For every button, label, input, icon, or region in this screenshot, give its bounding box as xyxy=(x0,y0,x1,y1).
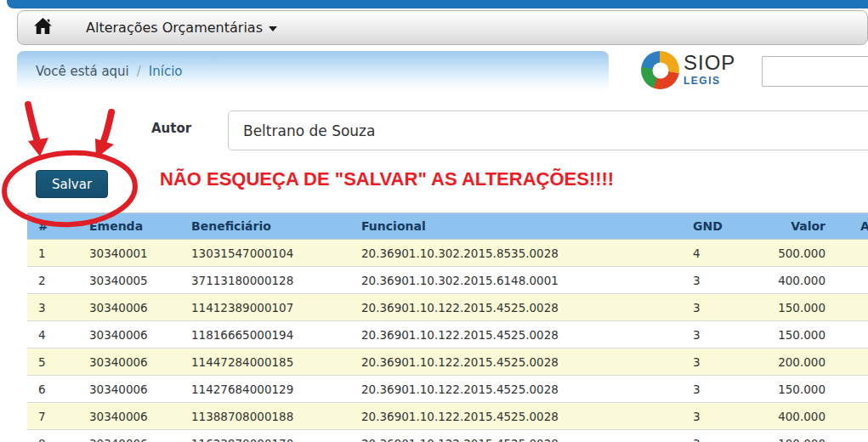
table-cell: 7 xyxy=(27,403,78,430)
table-cell xyxy=(837,376,868,403)
logo-subtitle: LEGIS xyxy=(684,76,735,86)
table-cell: 11388708000188 xyxy=(180,403,350,430)
table-cell: 150.000 xyxy=(735,376,837,403)
main-navbar: Alterações Orçamentárias xyxy=(17,10,868,45)
table-row: 8303400061162397000017020.36901.10.122.2… xyxy=(27,430,868,442)
table-cell: 150.000 xyxy=(735,294,837,321)
table-cell: 11816665000194 xyxy=(180,321,350,348)
column-header-0: # xyxy=(27,213,78,240)
author-label: Autor xyxy=(151,121,191,136)
siop-swirl-icon xyxy=(641,51,679,89)
table-cell: 150.000 xyxy=(735,321,837,348)
table-cell: 4 xyxy=(27,321,78,348)
table-cell: 11427684000129 xyxy=(180,376,350,403)
red-arrow-left-icon xyxy=(28,105,48,156)
breadcrumb: Você está aqui / Início xyxy=(17,51,609,92)
logo-title: SIOP xyxy=(684,53,735,73)
table-cell: 11447284000185 xyxy=(180,348,350,376)
table-row: 7303400061138870800018820.36901.10.122.2… xyxy=(27,403,868,430)
table-cell: 20.36901.10.302.2015.8535.0028 xyxy=(350,240,682,267)
table-cell: 3 xyxy=(682,403,735,430)
table-row: 2303400053711318000012820.36901.10.302.2… xyxy=(27,267,868,294)
table-cell: 30340006 xyxy=(78,294,180,321)
table-cell: 400.000 xyxy=(735,267,837,294)
column-header-1: Emenda xyxy=(78,213,180,240)
table-cell xyxy=(837,348,868,376)
siop-legis-page: { "topnav": { "menu_label": "Alterações … xyxy=(0,0,868,442)
table-cell: 20.36901.10.122.2015.4525.0028 xyxy=(350,321,682,348)
table-cell xyxy=(837,240,868,267)
table-cell: 200.000 xyxy=(735,348,837,376)
table-cell: 30340001 xyxy=(78,240,180,267)
table-cell xyxy=(837,294,868,321)
save-button[interactable]: Salvar xyxy=(36,170,108,198)
table-cell: 3 xyxy=(682,348,735,376)
table-cell: 11623970000170 xyxy=(180,430,350,442)
author-input[interactable] xyxy=(228,110,868,150)
column-header-6: A xyxy=(837,213,868,240)
table-cell: 500.000 xyxy=(735,240,837,267)
table-cell: 20.36901.10.302.2015.6148.0001 xyxy=(350,267,682,294)
breadcrumb-link-inicio[interactable]: Início xyxy=(149,64,183,79)
table-cell: 2 xyxy=(27,267,78,294)
menu-label: Alterações Orçamentárias xyxy=(86,20,263,36)
table-cell: 3 xyxy=(682,376,735,403)
table-header-row: #EmendaBeneficiárioFuncionalGNDValorA xyxy=(27,213,868,240)
column-header-3: Funcional xyxy=(350,213,682,240)
table-cell: 30340006 xyxy=(78,430,180,442)
table-cell: 30340006 xyxy=(78,321,180,348)
table-cell: 3 xyxy=(682,294,735,321)
table-cell: 400.000 xyxy=(735,403,837,430)
table-cell: 20.36901.10.122.2015.4525.0028 xyxy=(350,430,682,442)
column-header-5: Valor xyxy=(735,213,837,240)
table-cell: 8 xyxy=(27,430,78,442)
table-cell xyxy=(837,403,868,430)
breadcrumb-separator: / xyxy=(137,64,141,79)
table-cell: 6 xyxy=(27,376,78,403)
table-cell: 3 xyxy=(682,321,735,348)
emendas-table: #EmendaBeneficiárioFuncionalGNDValorA 13… xyxy=(27,212,868,442)
table-row: 5303400061144728400018520.36901.10.122.2… xyxy=(27,348,868,376)
table-row: 1303400011303154700010420.36901.10.302.2… xyxy=(27,240,868,267)
table-cell: 1 xyxy=(27,240,78,267)
menu-alteracoes-orcamentarias[interactable]: Alterações Orçamentárias xyxy=(86,20,277,36)
table-cell xyxy=(837,430,868,442)
table-cell: 30340005 xyxy=(78,267,180,294)
table-cell: 20.36901.10.122.2015.4525.0028 xyxy=(350,403,682,430)
table-cell: 3 xyxy=(27,294,78,321)
column-header-4: GND xyxy=(682,213,735,240)
table-cell: 37113180000128 xyxy=(180,267,350,294)
table-cell: 20.36901.10.122.2015.4525.0028 xyxy=(350,348,682,376)
table-row: 4303400061181666500019420.36901.10.122.2… xyxy=(27,321,868,348)
warning-annotation-text: NÃO ESQUEÇA DE "SALVAR" AS ALTERAÇÕES!!!… xyxy=(160,168,614,190)
table-cell: 5 xyxy=(27,348,78,376)
home-button[interactable] xyxy=(18,11,67,44)
breadcrumb-you-are-here: Você está aqui xyxy=(36,64,129,79)
table-row: 6303400061142768400012920.36901.10.122.2… xyxy=(27,376,868,403)
table-cell: 30340006 xyxy=(78,403,180,430)
search-input[interactable] xyxy=(762,56,868,87)
table-cell: 20.36901.10.122.2015.4525.0028 xyxy=(350,376,682,403)
table-cell: 3 xyxy=(682,267,735,294)
top-blue-bar xyxy=(7,0,868,8)
table-cell: 11412389000107 xyxy=(180,294,350,321)
chevron-down-icon xyxy=(269,26,277,31)
table-cell: 30340006 xyxy=(78,348,180,376)
table-cell: 100.000 xyxy=(735,430,837,442)
column-header-2: Beneficiário xyxy=(180,213,350,240)
siop-legis-logo: SIOP LEGIS xyxy=(641,51,735,89)
table-cell: 20.36901.10.122.2015.4525.0028 xyxy=(350,294,682,321)
red-arrow-right-icon xyxy=(95,112,114,158)
table-cell: 30340006 xyxy=(78,376,180,403)
table-cell xyxy=(837,267,868,294)
table-cell: 4 xyxy=(682,240,735,267)
home-icon xyxy=(34,18,52,37)
table-cell xyxy=(837,321,868,348)
table-cell: 3 xyxy=(682,430,735,442)
table-cell: 13031547000104 xyxy=(180,240,350,267)
table-row: 3303400061141238900010720.36901.10.122.2… xyxy=(27,294,868,321)
